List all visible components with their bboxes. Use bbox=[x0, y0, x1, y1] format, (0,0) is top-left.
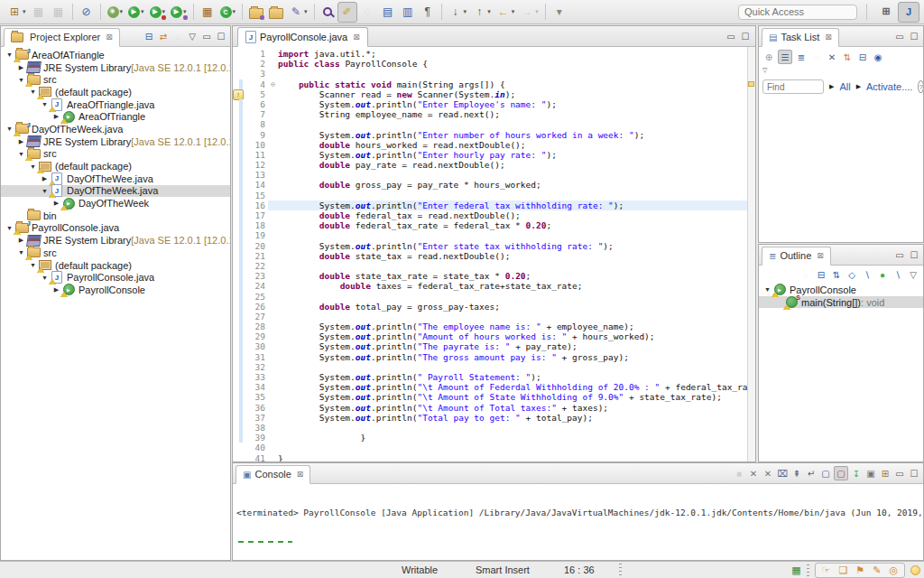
annotate-icon[interactable]: ✎▾ bbox=[287, 3, 310, 22]
tree-item[interactable]: ▼src bbox=[1, 148, 230, 161]
collapse-all-icon[interactable]: ⊟ bbox=[143, 30, 155, 42]
sort-icon[interactable]: ⇅ bbox=[830, 268, 843, 281]
tree-item[interactable]: ▶JRE System Library [Java SE 12.0.1 [12.… bbox=[1, 234, 230, 247]
collapse-all-icon[interactable]: ⊟ bbox=[815, 268, 827, 281]
categorized-view-icon[interactable]: ☰ bbox=[778, 50, 792, 64]
console-output[interactable]: <terminated> PayrollConsole [Java Applic… bbox=[233, 484, 923, 561]
display-selected-console-icon[interactable]: ▣ bbox=[864, 467, 877, 480]
close-icon[interactable]: ⊠ bbox=[817, 251, 824, 260]
maximize-icon[interactable]: ☐ bbox=[908, 248, 920, 261]
show-on-stderr-icon[interactable]: ▢ bbox=[834, 466, 848, 480]
synchronize-icon[interactable]: ⇅ bbox=[841, 51, 854, 63]
minimize-icon[interactable]: ▭ bbox=[893, 30, 906, 42]
hide-static-members-icon[interactable]: ∖ bbox=[861, 268, 873, 281]
remove-all-terminated-icon[interactable]: ✕ bbox=[762, 467, 774, 480]
maximize-icon[interactable]: ☐ bbox=[215, 30, 227, 42]
expand-arrow-icon[interactable]: ▶ bbox=[16, 138, 26, 145]
tree-item[interactable]: ▼JPayrollConsole.java bbox=[1, 271, 230, 284]
task-find-input[interactable] bbox=[762, 79, 824, 94]
docs-book-icon[interactable]: ❏ bbox=[838, 564, 847, 576]
new-java-project-icon[interactable]: ▦ bbox=[199, 3, 217, 22]
tree-item[interactable]: ▼JDayOfTheWeek.java bbox=[1, 123, 230, 135]
tree-item[interactable]: ▶▶PayrollConsole bbox=[1, 284, 230, 296]
open-resource-icon[interactable] bbox=[267, 3, 285, 22]
tree-item[interactable]: ▶JRE System Library [Java SE 12.0.1 [12.… bbox=[1, 135, 230, 148]
search-icon[interactable] bbox=[319, 3, 336, 22]
tips-bulb-icon[interactable] bbox=[910, 565, 920, 575]
close-icon[interactable]: ⊠ bbox=[106, 33, 113, 42]
tab-task-list[interactable]: ▤ Task List ⊠ bbox=[762, 28, 839, 47]
tree-item[interactable]: ▶JRE System Library [Java SE 12.0.1 [12.… bbox=[1, 61, 230, 74]
hide-non-public-icon[interactable]: ● bbox=[876, 268, 889, 281]
quick-access-input[interactable] bbox=[738, 5, 857, 20]
feedback-pen-icon[interactable]: ✎ bbox=[873, 564, 881, 576]
tree-item[interactable]: ▶JDayOfTheWee.java bbox=[1, 172, 230, 185]
maximize-icon[interactable]: ☐ bbox=[739, 30, 752, 42]
mark-occurrences-icon[interactable]: ✐ bbox=[337, 2, 357, 23]
new-class-icon[interactable]: C▾ bbox=[218, 3, 238, 22]
profile-icon[interactable]: ▶▾ bbox=[169, 3, 189, 22]
warning-marker[interactable] bbox=[748, 81, 754, 87]
link-with-editor-icon[interactable]: ⇄ bbox=[157, 30, 170, 42]
collapse-all-icon[interactable]: ⊟ bbox=[856, 51, 869, 63]
chevron-down-icon[interactable]: ▽ bbox=[762, 67, 767, 74]
outline-item[interactable]: Smain(String[]) : void bbox=[759, 296, 923, 309]
coverage-icon[interactable]: ▶▾ bbox=[148, 3, 168, 22]
open-type-icon[interactable] bbox=[247, 3, 265, 22]
next-annotation-icon[interactable]: ↓▾ bbox=[447, 3, 469, 22]
task-filter-all-link[interactable]: All bbox=[839, 81, 850, 92]
close-icon[interactable]: ⊠ bbox=[353, 33, 360, 42]
tab-outline[interactable]: ≣ Outline ⊠ bbox=[762, 247, 831, 266]
tab-console[interactable]: ▣ Console ⊠ bbox=[236, 465, 310, 484]
open-task-icon[interactable]: ▤ bbox=[379, 3, 397, 22]
tree-item[interactable]: ▼(default package) bbox=[1, 259, 230, 272]
tree-item[interactable]: ▼src bbox=[1, 247, 230, 259]
fold-collapse-icon[interactable]: ⊖ bbox=[268, 79, 278, 89]
view-menu-icon[interactable]: ▽ bbox=[186, 30, 199, 42]
tab-payrollconsole-java[interactable]: J PayrollConsole.java ⊠ bbox=[237, 27, 368, 47]
skip-all-breakpoints-icon[interactable]: ⊘ bbox=[78, 3, 96, 22]
maximize-icon[interactable]: ☐ bbox=[908, 30, 920, 42]
run-icon[interactable]: ▶▾ bbox=[126, 3, 146, 22]
back-history-icon[interactable]: ←▾ bbox=[494, 3, 517, 22]
tree-item[interactable]: ▼JDayOfTheWeek.java bbox=[1, 185, 230, 198]
tree-item[interactable]: ▼src bbox=[1, 73, 230, 86]
debug-icon[interactable]: ✳▾ bbox=[106, 3, 125, 22]
tree-item[interactable]: ▼(default package) bbox=[1, 160, 230, 172]
show-on-stdout-icon[interactable]: ▢ bbox=[819, 467, 832, 480]
close-icon[interactable]: ⊠ bbox=[825, 33, 832, 42]
hide-fields-icon[interactable]: ◇ bbox=[845, 268, 858, 281]
code-editor[interactable]: 1import java.util.*;2public class Payrol… bbox=[233, 47, 755, 462]
previous-annotation-icon[interactable]: ↑▾ bbox=[470, 3, 493, 22]
new-wizard-icon[interactable]: ⊞▾ bbox=[5, 3, 28, 22]
remove-launch-icon[interactable]: ✕ bbox=[747, 467, 760, 480]
expand-arrow-icon[interactable]: ▶ bbox=[16, 64, 26, 71]
show-whitespace-icon[interactable]: ¶ bbox=[419, 3, 437, 22]
hide-local-types-icon[interactable]: ∖ bbox=[892, 268, 904, 281]
tree-item[interactable]: ▶▶DayOfTheWeek bbox=[1, 197, 230, 210]
task-activate-link[interactable]: Activate.... bbox=[866, 81, 912, 92]
overview-ruler[interactable] bbox=[747, 47, 755, 462]
tree-item[interactable]: ▼JAreaOfATriangle bbox=[1, 49, 230, 61]
close-icon[interactable]: ⊠ bbox=[297, 470, 304, 479]
warning-gutter-icon[interactable]: ! bbox=[233, 89, 244, 100]
tree-item[interactable]: ▶▶AreaOfTriangle bbox=[1, 110, 230, 123]
minimize-icon[interactable]: ▭ bbox=[893, 248, 906, 261]
toolbar-overflow-icon[interactable]: ▾ bbox=[550, 3, 568, 22]
hand-tool-icon[interactable]: ☞ bbox=[822, 564, 831, 576]
minimize-icon[interactable]: ▭ bbox=[200, 30, 213, 42]
scroll-lock-icon[interactable]: ⇞ bbox=[790, 467, 803, 480]
tree-item[interactable]: bin bbox=[1, 210, 230, 222]
view-menu-icon[interactable]: ▽ bbox=[907, 268, 919, 281]
delete-task-icon[interactable]: ✕ bbox=[826, 51, 838, 63]
word-wrap-icon[interactable]: ↵ bbox=[805, 467, 818, 480]
minimize-icon[interactable]: ▭ bbox=[725, 30, 737, 42]
open-console-icon[interactable]: ⊞ bbox=[879, 467, 892, 480]
learn-cap-icon[interactable]: ⚑ bbox=[855, 564, 864, 576]
new-task-icon[interactable]: ⊕ bbox=[762, 51, 775, 63]
minimize-icon[interactable]: ▭ bbox=[893, 467, 906, 480]
show-markers-icon[interactable]: ▥ bbox=[399, 3, 417, 22]
expand-arrow-icon[interactable]: ▶ bbox=[16, 237, 26, 244]
maximize-icon[interactable]: ☐ bbox=[908, 467, 920, 480]
tree-item[interactable]: ▼JPayrollConsole.java bbox=[1, 222, 230, 235]
